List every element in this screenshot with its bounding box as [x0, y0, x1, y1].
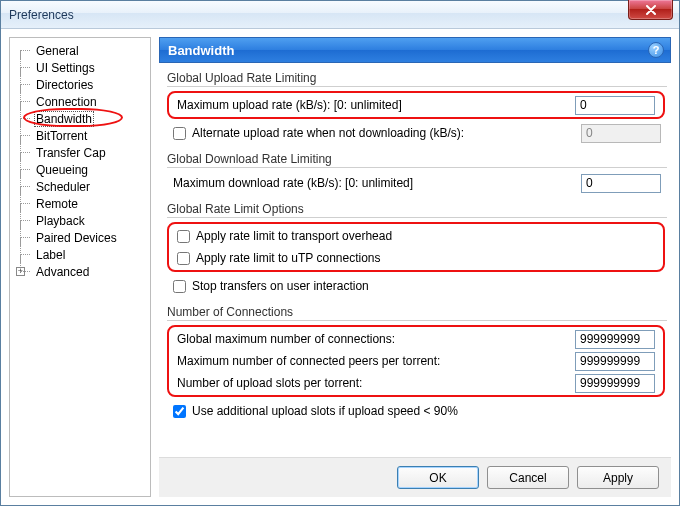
sidebar-item-label: Connection [36, 95, 97, 109]
sidebar-item-playback[interactable]: Playback [10, 212, 150, 229]
highlight-max-upload: Maximum upload rate (kB/s): [0: unlimite… [167, 91, 665, 119]
connections-group: Number of Connections Global maximum num… [163, 305, 667, 422]
sidebar-item-label: Queueing [36, 163, 88, 177]
utp-checkbox[interactable] [177, 252, 190, 265]
sidebar-item-transfer-cap[interactable]: Transfer Cap [10, 144, 150, 161]
global-conn-label: Global maximum number of connections: [177, 332, 569, 346]
peers-label: Maximum number of connected peers per to… [177, 354, 569, 368]
sidebar-item-bandwidth[interactable]: Bandwidth [10, 110, 150, 127]
sidebar-item-paired-devices[interactable]: Paired Devices [10, 229, 150, 246]
panel-body: Global Upload Rate Limiting Maximum uplo… [159, 63, 671, 457]
preferences-window: Preferences GeneralUI SettingsDirectorie… [0, 0, 680, 506]
stop-label: Stop transfers on user interaction [192, 279, 661, 293]
sidebar-item-general[interactable]: General [10, 42, 150, 59]
alt-upload-label: Alternate upload rate when not downloadi… [192, 126, 575, 140]
sidebar-item-remote[interactable]: Remote [10, 195, 150, 212]
sidebar-item-label: Paired Devices [36, 231, 117, 245]
sidebar-item-directories[interactable]: Directories [10, 76, 150, 93]
sidebar-item-connection[interactable]: Connection [10, 93, 150, 110]
category-tree[interactable]: GeneralUI SettingsDirectoriesConnectionB… [9, 37, 151, 497]
sidebar-item-scheduler[interactable]: Scheduler [10, 178, 150, 195]
sidebar-item-queueing[interactable]: Queueing [10, 161, 150, 178]
highlight-connections: Global maximum number of connections: Ma… [167, 325, 665, 397]
sidebar-item-label: Scheduler [36, 180, 90, 194]
close-icon [645, 5, 657, 15]
sidebar-item-label: UI Settings [36, 61, 95, 75]
utp-label: Apply rate limit to uTP connections [196, 251, 655, 265]
ok-button[interactable]: OK [397, 466, 479, 489]
overhead-label: Apply rate limit to transport overhead [196, 229, 655, 243]
slots-label: Number of upload slots per torrent: [177, 376, 569, 390]
download-group: Global Download Rate Limiting Maximum do… [163, 152, 667, 194]
group-title-upload: Global Upload Rate Limiting [167, 71, 667, 87]
sidebar-item-label: Transfer Cap [36, 146, 106, 160]
button-bar: OK Cancel Apply [159, 457, 671, 497]
panel-title: Bandwidth [168, 43, 234, 58]
window-title: Preferences [9, 8, 74, 22]
sidebar-item-bittorrent[interactable]: BitTorrent [10, 127, 150, 144]
sidebar-item-label[interactable]: Label [10, 246, 150, 263]
sidebar-item-advanced[interactable]: +Advanced [10, 263, 150, 280]
stop-checkbox[interactable] [173, 280, 186, 293]
max-upload-label: Maximum upload rate (kB/s): [0: unlimite… [177, 98, 569, 112]
sidebar-item-label: Remote [36, 197, 78, 211]
dialog-body: GeneralUI SettingsDirectoriesConnectionB… [1, 29, 679, 505]
expand-icon[interactable]: + [16, 267, 25, 276]
extra-slots-label: Use additional upload slots if upload sp… [192, 404, 661, 418]
max-upload-input[interactable] [575, 96, 655, 115]
help-icon[interactable]: ? [648, 42, 664, 58]
main-panel: Bandwidth ? Global Upload Rate Limiting … [159, 37, 671, 497]
global-conn-input[interactable] [575, 330, 655, 349]
group-title-options: Global Rate Limit Options [167, 202, 667, 218]
panel-header: Bandwidth ? [159, 37, 671, 63]
overhead-checkbox[interactable] [177, 230, 190, 243]
cancel-button[interactable]: Cancel [487, 466, 569, 489]
peers-input[interactable] [575, 352, 655, 371]
highlight-rate-options: Apply rate limit to transport overhead A… [167, 222, 665, 272]
options-group: Global Rate Limit Options Apply rate lim… [163, 202, 667, 297]
max-download-input[interactable] [581, 174, 661, 193]
close-button[interactable] [628, 0, 673, 20]
apply-button[interactable]: Apply [577, 466, 659, 489]
max-download-label: Maximum download rate (kB/s): [0: unlimi… [173, 176, 575, 190]
group-title-connections: Number of Connections [167, 305, 667, 321]
sidebar-item-label: Directories [36, 78, 93, 92]
group-title-download: Global Download Rate Limiting [167, 152, 667, 168]
sidebar-item-label: BitTorrent [36, 129, 87, 143]
extra-slots-checkbox[interactable] [173, 405, 186, 418]
sidebar-item-ui-settings[interactable]: UI Settings [10, 59, 150, 76]
alt-upload-input [581, 124, 661, 143]
upload-group: Global Upload Rate Limiting Maximum uplo… [163, 71, 667, 144]
sidebar-item-label: Advanced [36, 265, 89, 279]
sidebar-item-label: General [36, 44, 79, 58]
sidebar-item-label: Bandwidth [34, 111, 94, 127]
sidebar-item-label: Playback [36, 214, 85, 228]
slots-input[interactable] [575, 374, 655, 393]
titlebar[interactable]: Preferences [1, 1, 679, 29]
sidebar-item-label: Label [36, 248, 65, 262]
alt-upload-checkbox[interactable] [173, 127, 186, 140]
